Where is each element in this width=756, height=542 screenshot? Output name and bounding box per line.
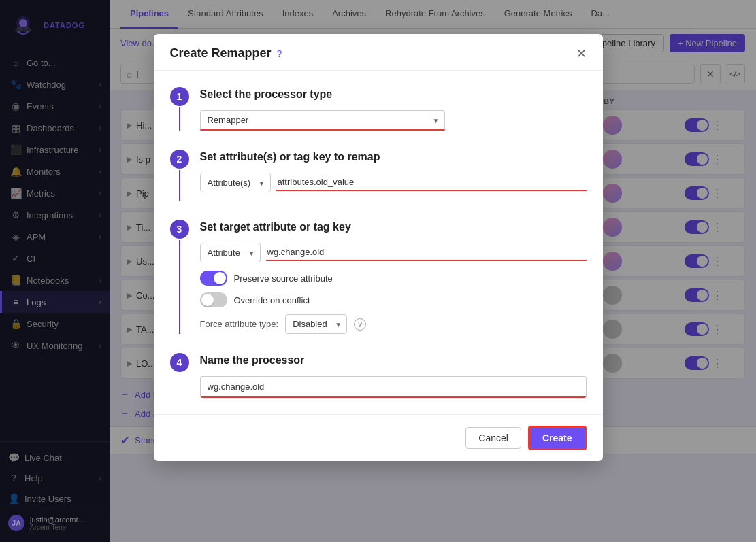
force-attr-select-wrap: Disabled String Integer Double Boolean A… [285,314,347,334]
step-2-title: Set attribute(s) or tag key to remap [200,151,587,163]
step-3-content: Set target attribute or tag key Attribut… [200,220,587,334]
attribute-value-input[interactable] [276,174,587,191]
create-remapper-modal: Create Remapper ? ✕ 1 Select the process… [154,34,603,461]
step-connector [179,240,180,334]
force-attr-row: Force attribute type: Disabled String In… [200,314,587,334]
preserve-source-row: Preserve source attribute [200,271,587,286]
attr-type-select[interactable]: Attribute(s) Tag Key [200,173,271,192]
attr-type-select-wrap: Attribute(s) Tag Key ▼ [200,173,271,192]
override-conflict-row: Override on conflict [200,292,587,307]
cancel-button[interactable]: Cancel [465,427,521,449]
step-1-block: 1 Select the processor type Remapper Gro… [170,87,587,131]
modal-close-button[interactable]: ✕ [576,48,587,60]
target-value-input[interactable] [266,244,587,261]
step-2-block: 2 Set attribute(s) or tag key to remap A… [170,150,587,201]
modal-footer: Cancel Create [154,414,603,461]
force-attr-help-icon[interactable]: ? [354,318,366,331]
step-connector [179,107,180,131]
step-2-form-row: Attribute(s) Tag Key ▼ [200,173,587,192]
step-3-badge: 3 [170,220,189,239]
modal-body: 1 Select the processor type Remapper Gro… [154,71,603,414]
step-3-line: 3 [170,220,189,334]
step-1-badge: 1 [170,87,189,106]
step-4-badge: 4 [170,353,189,372]
step-4-block: 4 Name the processor [170,353,587,398]
step-4-line: 4 [170,353,189,398]
step-1-line: 1 [170,87,189,131]
modal-help-icon[interactable]: ? [277,48,282,59]
step-2-badge: 2 [170,150,189,169]
step-3-form-row: Attribute Tag Key ▼ [200,243,587,262]
processor-type-select[interactable]: Remapper Grok Parser JSON Parser URL Par… [200,110,445,131]
override-conflict-label: Override on conflict [234,295,310,305]
step-1-title: Select the processor type [200,88,587,101]
step-4-content: Name the processor [200,353,587,398]
force-attr-label: Force attribute type: [200,319,279,329]
step-3-title: Set target attribute or tag key [200,221,587,233]
step-1-content: Select the processor type Remapper Grok … [200,87,587,131]
modal-overlay[interactable]: Create Remapper ? ✕ 1 Select the process… [0,0,756,542]
modal-title: Create Remapper [170,46,272,61]
override-conflict-toggle[interactable] [200,292,227,307]
step-2-line: 2 [170,150,189,201]
step-4-title: Name the processor [200,354,587,367]
target-type-select-wrap: Attribute Tag Key ▼ [200,243,261,262]
processor-type-select-wrap: Remapper Grok Parser JSON Parser URL Par… [200,110,445,131]
preserve-source-label: Preserve source attribute [234,273,333,284]
create-button[interactable]: Create [528,426,587,450]
modal-header: Create Remapper ? ✕ [154,34,603,71]
step-connector [179,170,180,201]
step-3-block: 3 Set target attribute or tag key Attrib… [170,220,587,334]
processor-name-input[interactable] [200,376,587,398]
force-attr-type-select[interactable]: Disabled String Integer Double Boolean A… [285,314,347,334]
step-2-content: Set attribute(s) or tag key to remap Att… [200,150,587,201]
preserve-source-toggle[interactable] [200,271,227,286]
target-type-select[interactable]: Attribute Tag Key [200,243,261,262]
